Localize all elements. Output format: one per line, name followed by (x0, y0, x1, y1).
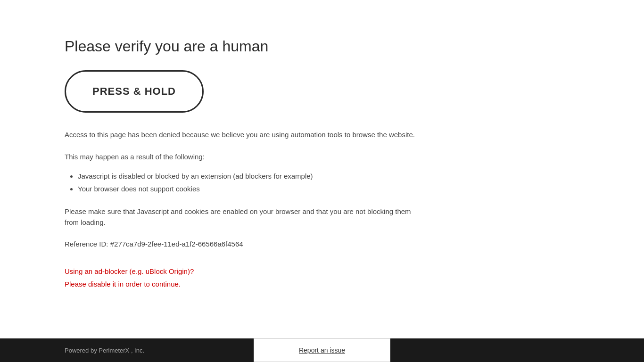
report-issue-container: Report an issue (254, 338, 390, 362)
ad-blocker-line2: Please disable it in order to continue. (65, 278, 424, 290)
footer: Powered by PerimeterX , Inc. Report an i… (0, 338, 644, 362)
ad-blocker-notice: Using an ad-blocker (e.g. uBlock Origin)… (65, 265, 424, 290)
access-denied-text: Access to this page has been denied beca… (65, 130, 424, 140)
list-item: Your browser does not support cookies (78, 182, 424, 195)
may-happen-text: This may happen as a result of the follo… (65, 152, 424, 163)
press-hold-button[interactable]: PRESS & HOLD (65, 70, 204, 113)
page-title: Please verify you are a human (65, 38, 424, 55)
reason-list: Javascript is disabled or blocked by an … (78, 170, 424, 195)
main-content: Please verify you are a human PRESS & HO… (0, 0, 424, 290)
reference-id-text: Reference ID: #277ca7d9-2fee-11ed-a1f2-6… (65, 239, 424, 250)
ad-blocker-line1: Using an ad-blocker (e.g. uBlock Origin)… (65, 265, 424, 278)
ensure-text: Please make sure that Javascript and coo… (65, 206, 424, 228)
list-item: Javascript is disabled or blocked by an … (78, 170, 424, 182)
press-hold-label: PRESS & HOLD (92, 85, 176, 98)
report-issue-button[interactable]: Report an issue (299, 346, 345, 354)
